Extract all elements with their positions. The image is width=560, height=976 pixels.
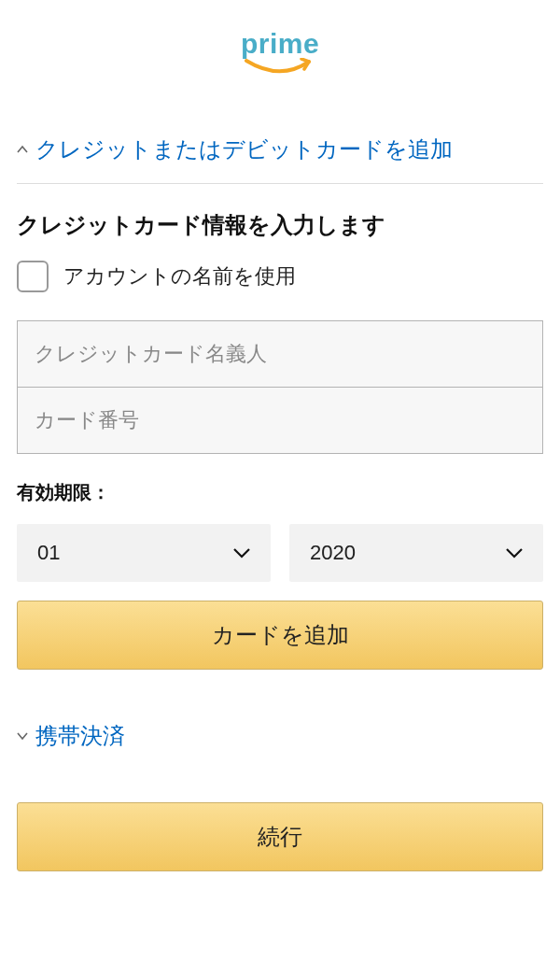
prime-logo-text: prime <box>241 28 319 59</box>
expiry-year-value: 2020 <box>310 541 356 565</box>
chevron-down-icon <box>233 548 250 559</box>
add-card-accordion-header[interactable]: クレジットまたはデビットカードを追加 <box>17 125 543 184</box>
use-account-name-checkbox[interactable] <box>17 261 49 292</box>
smile-icon <box>242 58 318 78</box>
caret-up-icon <box>17 143 28 156</box>
expiry-year-select[interactable]: 2020 <box>289 524 543 582</box>
prime-logo: prime <box>17 28 543 78</box>
mobile-payment-title: 携帯決済 <box>35 721 125 751</box>
use-account-name-label: アカウントの名前を使用 <box>63 262 296 290</box>
card-text-inputs <box>17 320 543 454</box>
add-card-button[interactable]: カードを追加 <box>17 601 543 670</box>
expiry-selects-row: 01 2020 <box>17 524 543 582</box>
mobile-payment-accordion-header[interactable]: 携帯決済 <box>17 721 543 751</box>
expiry-month-select[interactable]: 01 <box>17 524 271 582</box>
caret-down-icon <box>17 729 28 743</box>
use-account-name-row: アカウントの名前を使用 <box>17 261 543 292</box>
continue-button[interactable]: 続行 <box>17 802 543 871</box>
expiry-label: 有効期限： <box>17 480 543 505</box>
add-card-accordion-title: クレジットまたはデビットカードを追加 <box>35 134 453 164</box>
chevron-down-icon <box>506 548 523 559</box>
card-number-input[interactable] <box>18 388 542 453</box>
form-section-title: クレジットカード情報を入力します <box>17 210 543 240</box>
cardholder-name-input[interactable] <box>18 321 542 388</box>
expiry-month-value: 01 <box>37 541 60 565</box>
